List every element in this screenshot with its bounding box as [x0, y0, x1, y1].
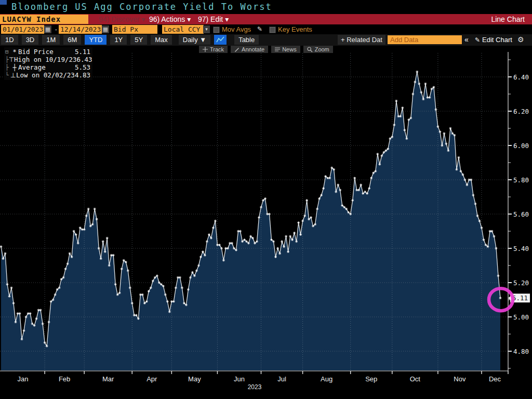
price-chart: 4.805.005.205.405.605.806.006.206.40JanF…: [0, 46, 532, 399]
related-data-button[interactable]: + Related Dat: [338, 35, 385, 45]
currency-selector[interactable]: Local CCY: [162, 25, 204, 34]
x-axis-month-label: Mar: [102, 375, 114, 383]
page-title: Bloomberg US Agg Corporate Yield To Wors…: [11, 2, 272, 12]
chevron-down-icon[interactable]: ▾: [203, 25, 210, 33]
legend-tree-glyph: ├: [5, 64, 11, 71]
legend-label: High on 10/19/23: [14, 56, 76, 63]
x-axis-month-label: Apr: [147, 375, 157, 383]
key-events-checkbox[interactable]: [269, 26, 276, 33]
chart-legend: ⊟*Bid Price5.11├⊤High on 10/19/236.43├┼A…: [4, 47, 92, 80]
y-axis-label: 5.80: [513, 176, 529, 184]
legend-label: Bid Price: [18, 48, 75, 56]
legend-row: └⊥Low on 02/02/234.83: [5, 71, 90, 79]
y-axis-label: 5.20: [513, 279, 529, 287]
x-axis-month-label: Feb: [59, 375, 70, 383]
x-axis-month-label: Jul: [277, 375, 286, 383]
menu-edit[interactable]: 97) Edit ▾: [198, 14, 229, 24]
legend-row: ├⊤High on 10/19/236.43: [5, 56, 90, 63]
area-fill: [1, 72, 500, 370]
legend-row: ├┼Average5.53: [5, 63, 90, 71]
x-axis-month-label: May: [188, 375, 201, 383]
y-axis-label: 6.20: [513, 108, 529, 115]
add-data-input[interactable]: Add Data: [388, 35, 462, 44]
period-selector[interactable]: Daily ▼: [179, 35, 210, 45]
calendar-icon[interactable]: ▦: [102, 25, 109, 33]
bloomberg-terminal-window: Bloomberg US Agg Corporate Yield To Wors…: [0, 0, 532, 399]
legend-label: Low on 02/02/23: [16, 71, 75, 79]
y-axis-label: 5.60: [513, 210, 529, 218]
y-axis-label: 5.40: [513, 245, 529, 252]
window-corner-square: [0, 0, 7, 5]
star-marker-icon: *: [11, 48, 18, 56]
legend-value: 5.11: [75, 48, 90, 56]
x-axis-month-label: Aug: [321, 375, 332, 383]
key-events-label[interactable]: Key Events: [278, 25, 312, 34]
plus-icon: +: [341, 36, 345, 44]
legend-row: ⊟*Bid Price5.11: [5, 48, 90, 56]
range-tab-1m[interactable]: 1M: [42, 35, 60, 45]
low-marker-icon: ⊥: [10, 72, 16, 79]
range-tab-max[interactable]: Max: [151, 35, 172, 45]
table-button[interactable]: Table: [234, 35, 259, 45]
y-axis-label: 5.00: [513, 313, 529, 321]
range-tabs: 1D3D1M6MYTD1Y5YMaxDaily ▼Table: [1, 35, 259, 45]
legend-value: 6.43: [77, 56, 92, 63]
edit-chart-button[interactable]: ✎Edit Chart: [475, 35, 512, 45]
legend-value: 4.83: [75, 71, 90, 79]
x-axis-month-label: Dec: [489, 375, 501, 383]
mov-avgs-label[interactable]: Mov Avgs: [222, 25, 251, 34]
gear-icon[interactable]: ⚙: [517, 35, 524, 45]
mov-avgs-checkbox[interactable]: [213, 26, 220, 33]
price-field-selector[interactable]: Bid Px: [112, 25, 157, 34]
legend-tree-glyph[interactable]: ⊟: [5, 48, 11, 55]
range-tab-ytd[interactable]: YTD: [85, 35, 107, 45]
date-separator: -: [54, 25, 58, 34]
view-mode-label: Line Chart: [491, 14, 525, 24]
calendar-icon[interactable]: ▦: [44, 25, 51, 33]
average-marker-icon: ┼: [11, 64, 18, 71]
x-axis-month-label: Nov: [454, 375, 466, 383]
collapse-icon[interactable]: «: [464, 35, 469, 45]
x-axis-month-label: Sep: [365, 375, 377, 383]
range-tab-1d[interactable]: 1D: [1, 35, 18, 45]
menu-discover[interactable]: 94) Discover ▾: [99, 14, 145, 24]
security-ticker-field[interactable]: LUACYW Index: [0, 15, 88, 24]
x-axis-month-label: Oct: [410, 375, 421, 383]
settings-bar: 01/01/2023 ▦ - 12/14/2023 ▦ Bid Px Local…: [0, 24, 532, 34]
date-to-field[interactable]: 12/14/2023: [59, 25, 102, 34]
range-tab-1y[interactable]: 1Y: [110, 35, 127, 45]
x-axis-year-label: 2023: [248, 383, 262, 391]
line-chart-type-icon[interactable]: [214, 35, 227, 45]
pencil-icon[interactable]: ✎: [257, 25, 262, 34]
menu-actions[interactable]: 96) Actions ▾: [149, 14, 191, 24]
legend-tree-glyph: └: [5, 72, 10, 78]
edit-chart-label: Edit Chart: [482, 36, 512, 44]
date-from-field[interactable]: 01/01/2023: [1, 25, 44, 34]
legend-tree-glyph: ├: [5, 56, 9, 63]
last-price-label: 5.11: [512, 294, 528, 302]
y-axis-label: 6.00: [513, 142, 529, 150]
range-tab-3d[interactable]: 3D: [22, 35, 39, 45]
range-tab-5y[interactable]: 5Y: [130, 35, 147, 45]
legend-value: 5.53: [75, 63, 90, 71]
high-marker-icon: ⊤: [9, 56, 14, 63]
x-axis-month-label: Jan: [18, 375, 29, 383]
x-axis-month-label: Jun: [234, 375, 245, 383]
related-data-label: Related Dat: [347, 36, 382, 44]
y-axis-label: 6.40: [513, 73, 529, 81]
command-bar: LUACYW Index 94) Discover ▾ 96) Actions …: [0, 14, 532, 24]
range-tab-6m[interactable]: 6M: [63, 35, 81, 45]
pencil-icon: ✎: [475, 36, 480, 44]
legend-label: Average: [18, 63, 75, 71]
y-axis-label: 4.80: [513, 348, 529, 355]
